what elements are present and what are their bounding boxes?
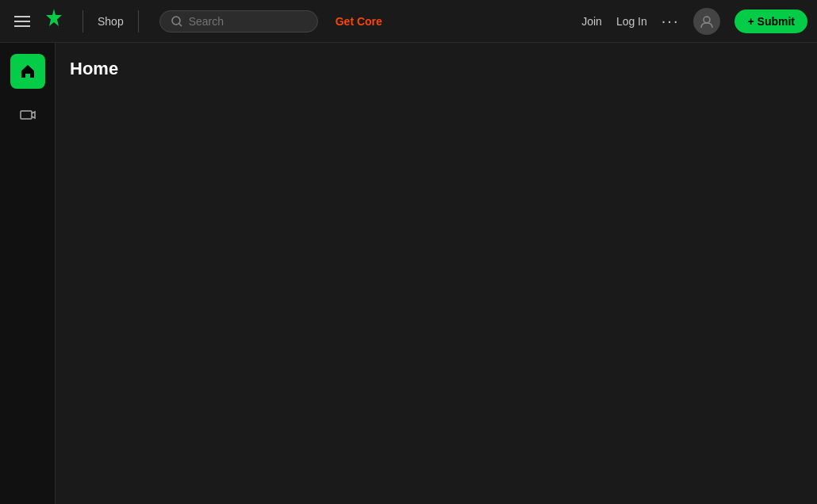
nav-divider2: [138, 10, 139, 32]
avatar[interactable]: [693, 8, 720, 35]
home-icon: [19, 63, 36, 80]
shop-link[interactable]: Shop: [98, 15, 124, 28]
search-bar[interactable]: [159, 10, 318, 32]
sidebar-item-watch[interactable]: [10, 97, 45, 132]
hamburger-menu[interactable]: [10, 11, 35, 32]
join-button[interactable]: Join: [581, 15, 602, 28]
app-layout: Home Summer Sunset Frostbreath VI The ca…: [0, 43, 817, 504]
navbar: Shop Get Core Join Log In ··· + Submit: [0, 0, 817, 43]
site-logo[interactable]: [43, 7, 65, 35]
page-title: Home: [70, 59, 803, 79]
login-button[interactable]: Log In: [616, 15, 647, 28]
watch-icon: [19, 105, 36, 123]
sidebar-item-home[interactable]: [10, 54, 45, 89]
nav-divider: [82, 10, 83, 32]
svg-rect-3: [21, 111, 32, 119]
search-icon: [171, 16, 182, 27]
main-content: Home Summer Sunset Frostbreath VI The ca…: [56, 43, 817, 504]
get-core-link[interactable]: Get Core: [336, 15, 382, 28]
svg-line-1: [179, 24, 182, 26]
sidebar: [0, 43, 56, 504]
user-icon: [700, 14, 714, 29]
search-input[interactable]: [189, 15, 300, 28]
svg-point-0: [172, 17, 180, 25]
more-options-button[interactable]: ···: [662, 12, 680, 30]
svg-point-2: [704, 17, 710, 23]
submit-button[interactable]: + Submit: [735, 10, 807, 33]
